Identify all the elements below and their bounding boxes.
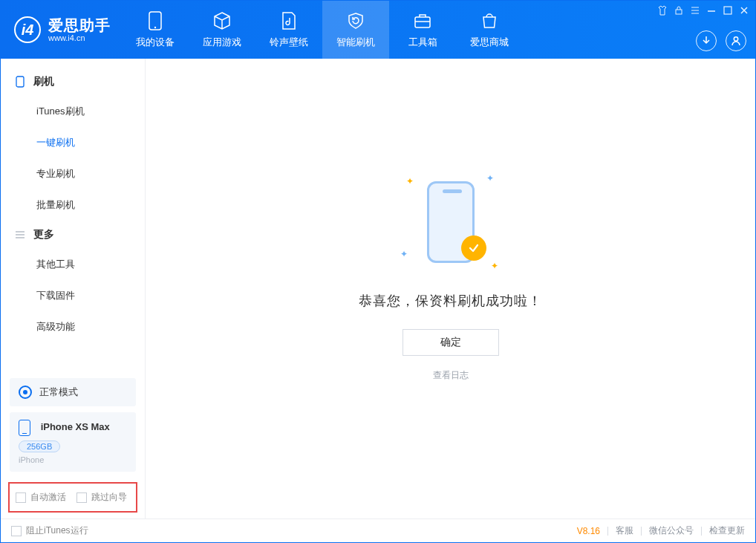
success-check-badge-icon (461, 235, 486, 261)
sparkle-icon: ✦ (486, 173, 494, 183)
sidebar-item-pro-flash[interactable]: 专业刷机 (1, 158, 145, 189)
minimize-button[interactable] (706, 5, 717, 16)
view-log-link[interactable]: 查看日志 (433, 369, 469, 382)
device-info-panel[interactable]: iPhone XS Max 256GB iPhone (10, 412, 136, 472)
device-mode-panel[interactable]: 正常模式 (10, 378, 136, 406)
footer-right: V8.16 客服 微信公众号 检查更新 (577, 524, 745, 537)
nav-smart-flash[interactable]: 智能刷机 (322, 1, 389, 59)
top-nav: 我的设备 应用游戏 铃声壁纸 智能刷机 工具箱 爱思商城 (122, 1, 523, 59)
checkbox-icon (16, 492, 26, 503)
device-mode-label: 正常模式 (39, 386, 78, 399)
nav-toolbox[interactable]: 工具箱 (389, 1, 456, 59)
sidebar-item-oneclick-flash[interactable]: 一键刷机 (1, 127, 145, 158)
lock-icon[interactable] (674, 5, 684, 16)
device-phone-icon (19, 420, 30, 436)
nav-ringtone-wallpaper[interactable]: 铃声壁纸 (255, 1, 322, 59)
sidebar-item-itunes-flash[interactable]: iTunes刷机 (1, 96, 145, 127)
sidebar-item-batch-flash[interactable]: 批量刷机 (1, 189, 145, 221)
mode-indicator-icon (19, 386, 32, 399)
success-message: 恭喜您，保资料刷机成功啦！ (359, 292, 542, 310)
svg-rect-3 (676, 10, 682, 14)
divider (641, 527, 642, 536)
header: i4 爱思助手 www.i4.cn 我的设备 应用游戏 铃声壁纸 智能刷机 (1, 1, 755, 59)
sidebar-item-download-firmware[interactable]: 下载固件 (1, 280, 145, 311)
skip-guide-checkbox[interactable]: 跳过向导 (76, 491, 127, 504)
svg-rect-6 (16, 77, 24, 87)
checkbox-icon (11, 526, 22, 536)
checkbox-label: 自动激活 (30, 491, 66, 504)
nav-label: 我的设备 (136, 36, 175, 49)
checkbox-label: 阻止iTunes运行 (26, 524, 88, 537)
sidebar-scroll: 刷机 iTunes刷机 一键刷机 专业刷机 批量刷机 更多 其他工具 下载固件 … (1, 59, 145, 378)
block-itunes-checkbox[interactable]: 阻止iTunes运行 (11, 524, 88, 537)
confirm-button[interactable]: 确定 (403, 329, 499, 356)
svg-point-1 (154, 27, 156, 28)
wechat-link[interactable]: 微信公众号 (649, 524, 694, 537)
sidebar-group-label: 更多 (33, 228, 54, 241)
sidebar-group-label: 刷机 (33, 75, 54, 88)
nav-label: 智能刷机 (336, 36, 375, 49)
maximize-button[interactable] (723, 5, 733, 16)
nav-label: 爱思商城 (470, 36, 509, 49)
bag-icon (479, 10, 500, 31)
device-name: iPhone XS Max (41, 421, 110, 432)
user-button[interactable] (726, 30, 746, 51)
refresh-shield-icon (345, 10, 366, 31)
success-illustration: ✦ ✦ ✦ ✦ (399, 170, 503, 274)
nav-label: 工具箱 (408, 36, 437, 49)
nav-my-device[interactable]: 我的设备 (122, 1, 189, 59)
checkbox-label: 跳过向导 (91, 491, 127, 504)
app-site: www.i4.cn (48, 33, 111, 42)
sidebar-group-flash: 刷机 (1, 68, 145, 96)
version-label: V8.16 (577, 526, 600, 536)
logo-icon: i4 (14, 16, 41, 43)
device-type: iPhone (19, 455, 127, 464)
app-window: i4 爱思助手 www.i4.cn 我的设备 应用游戏 铃声壁纸 智能刷机 (0, 0, 756, 543)
logo-area: i4 爱思助手 www.i4.cn (1, 1, 122, 59)
note-file-icon (278, 10, 299, 31)
auto-activate-checkbox[interactable]: 自动激活 (16, 491, 66, 504)
menu-icon[interactable] (690, 5, 700, 16)
header-actions (696, 30, 746, 51)
sparkle-icon: ✦ (491, 261, 498, 271)
window-controls (657, 5, 749, 16)
nav-label: 铃声壁纸 (270, 36, 308, 49)
flash-options-row: 自动激活 跳过向导 (8, 482, 137, 513)
svg-rect-2 (415, 17, 430, 27)
customer-service-link[interactable]: 客服 (616, 524, 633, 537)
body: 刷机 iTunes刷机 一键刷机 专业刷机 批量刷机 更多 其他工具 下载固件 … (1, 59, 755, 518)
list-icon (14, 229, 26, 241)
nav-apps-games[interactable]: 应用游戏 (189, 1, 255, 59)
phone-small-icon (14, 76, 26, 88)
sidebar-item-other-tools[interactable]: 其他工具 (1, 249, 145, 280)
cube-icon (212, 10, 232, 31)
tshirt-icon[interactable] (657, 5, 668, 16)
svg-point-5 (734, 37, 737, 41)
toolbox-icon (412, 10, 433, 31)
sidebar-item-advanced[interactable]: 高级功能 (1, 311, 145, 342)
app-title: 爱思助手 (48, 17, 111, 33)
divider (701, 527, 702, 536)
device-capacity-badge: 256GB (19, 440, 60, 452)
sidebar: 刷机 iTunes刷机 一键刷机 专业刷机 批量刷机 更多 其他工具 下载固件 … (1, 59, 146, 518)
main-content: ✦ ✦ ✦ ✦ 恭喜您，保资料刷机成功啦！ 确定 查看日志 (146, 59, 755, 518)
sparkle-icon: ✦ (406, 176, 414, 186)
footer: 阻止iTunes运行 V8.16 客服 微信公众号 检查更新 (1, 518, 755, 542)
check-update-link[interactable]: 检查更新 (709, 524, 745, 537)
download-button[interactable] (696, 30, 717, 51)
logo-text: 爱思助手 www.i4.cn (48, 17, 111, 42)
nav-label: 应用游戏 (203, 36, 241, 49)
svg-rect-4 (724, 7, 731, 14)
sidebar-group-more: 更多 (1, 221, 145, 249)
nav-store[interactable]: 爱思商城 (456, 1, 523, 59)
checkbox-icon (76, 492, 87, 503)
divider (607, 527, 608, 536)
close-button[interactable] (739, 5, 749, 16)
sparkle-icon: ✦ (400, 249, 408, 259)
phone-icon (145, 10, 166, 31)
